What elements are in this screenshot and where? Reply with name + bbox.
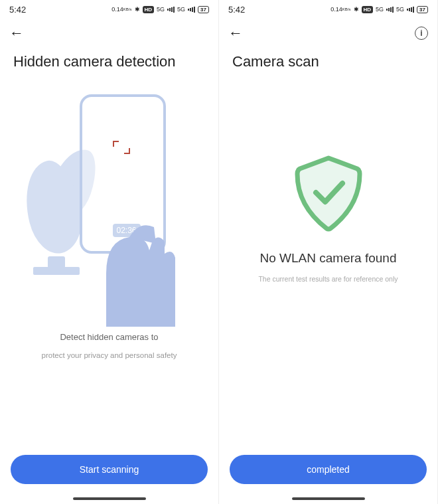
status-time: 5:42 — [9, 5, 26, 15]
network-label-2: 5G — [396, 6, 404, 13]
network-label-1: 5G — [376, 6, 384, 13]
status-bar: 5:42 0.14KB/s ✱ HD 5G 5G 37 — [0, 0, 218, 19]
app-bar: ← i — [219, 19, 437, 48]
shield-check-icon — [292, 154, 365, 234]
battery-icon: 37 — [417, 6, 428, 13]
illustration-phone-scan: 02:36 — [33, 94, 186, 313]
network-speed: 0.14KB/s — [111, 6, 131, 13]
hd-badge: HD — [362, 6, 374, 13]
home-indicator[interactable] — [292, 497, 365, 500]
back-icon[interactable]: ← — [9, 25, 24, 42]
signal-icon — [188, 6, 195, 13]
back-icon[interactable]: ← — [228, 25, 243, 42]
result-illustration: No WLAN camera found The current test re… — [258, 154, 398, 283]
network-speed: 0.14KB/s — [330, 6, 350, 13]
bluetooth-icon: ✱ — [354, 6, 359, 13]
content-area: No WLAN camera found The current test re… — [219, 74, 437, 455]
signal-icon — [386, 6, 394, 13]
status-time: 5:42 — [228, 5, 245, 15]
completed-button[interactable]: completed — [230, 455, 427, 484]
network-label-1: 5G — [157, 6, 165, 13]
bluetooth-icon: ✱ — [135, 6, 140, 13]
description-line-1: Detect hidden cameras to — [60, 332, 158, 342]
hand-icon — [93, 214, 186, 327]
status-right: 0.14KB/s ✱ HD 5G 5G 37 — [330, 6, 428, 13]
app-bar: ← — [0, 19, 218, 48]
home-indicator[interactable] — [73, 497, 146, 500]
battery-icon: 37 — [198, 6, 209, 13]
result-subtitle: The current test results are for referen… — [258, 275, 398, 283]
screen-hidden-camera-detection: 5:42 0.14KB/s ✱ HD 5G 5G 37 ← Hidden cam… — [0, 0, 219, 504]
signal-icon — [407, 6, 414, 13]
page-title: Camera scan — [219, 48, 437, 74]
start-scanning-button[interactable]: Start scanning — [11, 455, 208, 484]
signal-icon — [167, 6, 175, 13]
status-bar: 5:42 0.14KB/s ✱ HD 5G 5G 37 — [219, 0, 437, 19]
plant-pot-icon — [33, 267, 80, 275]
hd-badge: HD — [143, 6, 155, 13]
description-line-2: protect your privacy and personal safety — [42, 351, 177, 359]
screen-camera-scan-result: 5:42 0.14KB/s ✱ HD 5G 5G 37 ← i Camera s… — [219, 0, 438, 504]
viewfinder-icon — [113, 141, 130, 154]
status-right: 0.14KB/s ✱ HD 5G 5G 37 — [111, 6, 209, 13]
page-title: Hidden camera detection — [0, 48, 218, 74]
result-title: No WLAN camera found — [260, 251, 397, 266]
network-label-2: 5G — [177, 6, 185, 13]
info-icon[interactable]: i — [415, 27, 428, 40]
content-area: 02:36 Detect hidden cameras to protect y… — [0, 74, 218, 455]
